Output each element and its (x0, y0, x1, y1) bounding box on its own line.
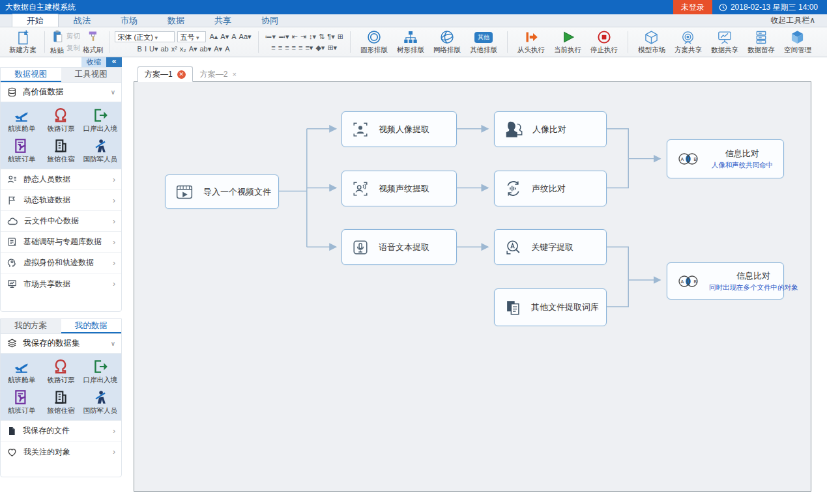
ribbon-mini-button[interactable]: ⊞▾ (326, 44, 338, 51)
tab-data[interactable]: 数据 (152, 14, 199, 27)
ribbon-mini-button[interactable]: I (143, 45, 148, 53)
canvas-tab-plan2[interactable]: 方案—2 × (193, 66, 244, 82)
run-current-button[interactable]: 当前执行 (549, 29, 586, 56)
dataset-railway-ticket[interactable]: 铁路订票 (41, 105, 80, 135)
dataset-border-entry-exit[interactable]: 口岸出入境 (81, 357, 120, 386)
ribbon-mini-button[interactable]: ≡ (277, 44, 283, 51)
collapse-sidebar-button[interactable]: 收缩 (81, 57, 106, 67)
ribbon-mini-button[interactable]: ⇅ (317, 33, 326, 40)
close-tab-icon[interactable]: ✕ (177, 70, 186, 79)
dataset-hotel-stay[interactable]: 旅馆住宿 (41, 136, 80, 165)
tree-layout-button[interactable]: 树形排版 (392, 29, 429, 56)
ribbon-mini-button[interactable]: ≡ (283, 44, 290, 51)
tab-my-plans[interactable]: 我的方案 (1, 319, 61, 333)
category-static-person-data[interactable]: 静态人员数据› (1, 169, 121, 190)
ribbon-mini-button[interactable]: ab▾ (199, 45, 213, 53)
dataset-military-personnel[interactable]: 国防军人员 (81, 387, 120, 417)
plan-share-button[interactable]: 方案共享 (670, 29, 706, 56)
ribbon-mini-button[interactable]: ⇥ (299, 33, 308, 40)
category-dynamic-track-data[interactable]: 动态轨迹数据› (1, 190, 121, 211)
flow-node-speech-text-extract[interactable]: 语音文本提取 (341, 229, 457, 265)
dataset-flight-manifest[interactable]: 航班舱单 (2, 357, 41, 386)
flow-node-import-video[interactable]: 导入一个视频文件 (165, 175, 279, 209)
ribbon-mini-button[interactable]: ≡▾ (304, 44, 314, 51)
font-size-select[interactable]: 五号 (177, 31, 206, 42)
dataset-military-personnel[interactable]: 国防军人员 (81, 136, 120, 165)
ribbon-mini-button[interactable]: ↕▾ (308, 33, 317, 40)
data-share-button[interactable]: 数据共享 (706, 29, 743, 56)
tab-tool-view[interactable]: 工具视图 (61, 68, 122, 82)
dataset-railway-ticket[interactable]: 铁路订票 (41, 357, 80, 386)
tab-my-data[interactable]: 我的数据 (61, 319, 122, 333)
circle-layout-button[interactable]: 圆形排版 (356, 29, 392, 56)
ribbon-mini-button[interactable]: ≕▾ (277, 33, 291, 40)
model-market-button[interactable]: 模型市场 (633, 29, 670, 56)
ribbon-mini-button[interactable]: ≡ (270, 44, 276, 51)
font-family-select[interactable]: 宋体 (正文) (115, 31, 175, 42)
ribbon-mini-button[interactable]: ⊞ (336, 33, 345, 40)
category-cloud-file-data[interactable]: 云文件中心数据› (1, 211, 121, 232)
ribbon-mini-button[interactable]: ◆▾ (314, 44, 326, 51)
new-plan-button[interactable]: 新建方案 (7, 29, 39, 56)
flow-node-voice-compare[interactable]: 声纹比对 (494, 171, 607, 206)
ribbon-mini-button[interactable]: U▾ (148, 45, 159, 53)
ribbon-mini-button[interactable]: A▾ (212, 45, 224, 53)
ribbon-mini-button[interactable]: A▾ (188, 45, 199, 53)
saved-datasets-header[interactable]: 我保存的数据集 ∨ (1, 334, 121, 354)
ribbon-mini-button[interactable]: A (230, 33, 237, 40)
flow-node-face-compare[interactable]: 人像比对 (494, 111, 607, 147)
tab-data-view[interactable]: 数据视图 (1, 68, 61, 82)
flow-node-info-compare-2[interactable]: AB 信息比对 同时出现在多个文件中的对象 (667, 262, 784, 300)
my-followed-objects-row[interactable]: 我关注的对象› (1, 441, 121, 462)
canvas-tab-plan1[interactable]: 方案—1 ✕ (138, 66, 193, 82)
category-virtual-identity-data[interactable]: 虚拟身份和轨迹数据› (1, 253, 121, 273)
dataset-hotel-stay[interactable]: 旅馆住宿 (41, 387, 80, 417)
login-status-badge[interactable]: 未登录 (673, 0, 712, 14)
category-market-shared-data[interactable]: 市场共享数据› (1, 273, 121, 294)
close-tab-icon[interactable]: × (232, 70, 236, 78)
ribbon-mini-button[interactable]: B (136, 45, 143, 53)
ribbon-mini-button[interactable]: A▴ (209, 33, 220, 40)
flow-node-keyword-extract[interactable]: 关键字提取 (494, 229, 607, 265)
tab-start[interactable]: 开始 (12, 14, 59, 27)
tab-share[interactable]: 共享 (199, 14, 246, 27)
paste-button[interactable]: 粘贴 (50, 29, 64, 55)
ribbon-mini-button[interactable]: ¶▾ (326, 33, 336, 40)
ribbon-mini-button[interactable]: Aa▾ (238, 33, 253, 40)
high-value-data-header[interactable]: 高价值数据 ∨ (1, 83, 121, 102)
cut-button[interactable]: 剪切 (66, 32, 80, 41)
collapse-arrows-icon[interactable]: « (106, 57, 122, 67)
ribbon-mini-button[interactable]: x² (170, 45, 179, 53)
network-layout-button[interactable]: 网络排版 (429, 29, 465, 56)
flow-node-other-files-lexicon[interactable]: 其他文件提取词库 (494, 288, 607, 326)
other-layout-button[interactable]: 其他 其他排版 (465, 29, 502, 56)
dataset-flight-order[interactable]: 航班订单 (2, 136, 41, 165)
space-management-button[interactable]: 空间管理 (779, 29, 816, 56)
my-saved-files-row[interactable]: 我保存的文件› (1, 421, 121, 441)
stop-execution-button[interactable]: 停止执行 (586, 29, 622, 56)
data-retention-button[interactable]: 数据留存 (743, 29, 779, 56)
ribbon-mini-button[interactable]: A▾ (219, 33, 230, 40)
copy-button[interactable]: 复制 (66, 44, 80, 53)
ribbon-mini-button[interactable]: ⇤ (291, 33, 299, 40)
ribbon-mini-button[interactable]: ≔▾ (264, 33, 278, 40)
dataset-border-entry-exit[interactable]: 口岸出入境 (81, 105, 120, 135)
ribbon-mini-button[interactable]: x₂ (179, 45, 188, 53)
flow-node-video-voice-extract[interactable]: 视频声纹提取 (341, 171, 457, 206)
ribbon-mini-button[interactable]: ab (159, 45, 169, 53)
dataset-flight-manifest[interactable]: 航班舱单 (2, 105, 41, 135)
collapse-toolbar-button[interactable]: 收起工具栏∧ (770, 15, 815, 26)
flow-node-video-face-extract[interactable]: 视频人像提取 (341, 111, 457, 147)
category-research-library-data[interactable]: 基础调研与专题库数据› (1, 232, 121, 253)
flow-canvas[interactable]: 导入一个视频文件 视频人像提取 人像比对 视频声纹提取 声纹比对 (134, 81, 811, 492)
flow-node-info-compare-1[interactable]: AB 信息比对 人像和声纹共同命中 (667, 139, 784, 178)
format-painter-button[interactable]: 格式刷 (83, 30, 104, 55)
ribbon-mini-button[interactable]: ≡ (291, 44, 297, 51)
run-from-start-button[interactable]: 从头执行 (513, 29, 549, 56)
ribbon-mini-button[interactable]: ≡ (297, 44, 304, 51)
dataset-flight-order[interactable]: 航班订单 (2, 387, 41, 417)
tab-tactics[interactable]: 战法 (59, 14, 106, 27)
tab-market[interactable]: 市场 (106, 14, 152, 27)
ribbon-mini-button[interactable]: A (224, 45, 231, 53)
tab-collab[interactable]: 协同 (246, 14, 293, 27)
